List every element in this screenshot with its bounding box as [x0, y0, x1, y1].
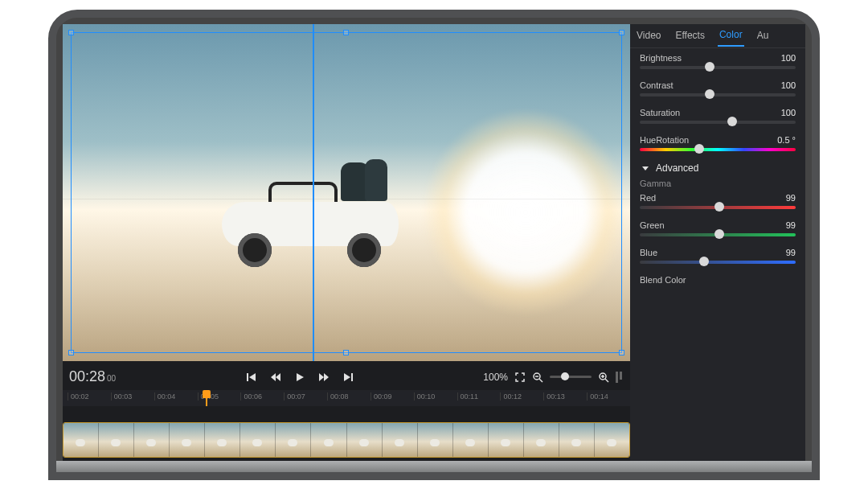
red-slider[interactable]	[640, 206, 796, 209]
editor-main: 00:2800 100% 00:02 00:03 0	[63, 24, 630, 466]
blue-row: Blue 99	[640, 248, 796, 264]
saturation-row: Saturation 100	[640, 108, 796, 124]
timecode-main: 00:28	[69, 368, 105, 384]
tab-color[interactable]: Color	[718, 24, 744, 47]
svg-marker-3	[276, 373, 280, 381]
slider-knob[interactable]	[705, 62, 714, 72]
svg-rect-8	[351, 373, 353, 381]
rewind-button[interactable]	[270, 372, 281, 383]
resize-handle-tr[interactable]	[619, 30, 624, 35]
blue-label: Blue	[640, 248, 657, 257]
selection-box[interactable]	[71, 32, 622, 353]
hue-slider[interactable]	[640, 148, 796, 151]
ruler-tick: 00:11	[457, 392, 501, 401]
hue-value: 0.5 °	[777, 135, 796, 145]
slider-knob[interactable]	[705, 89, 714, 99]
svg-marker-1	[249, 373, 256, 381]
skip-end-button[interactable]	[342, 372, 354, 383]
clip-thumb	[240, 423, 275, 457]
ruler-tick: 00:08	[327, 392, 371, 401]
ruler-tick: 00:12	[500, 392, 543, 401]
contrast-slider[interactable]	[640, 93, 796, 97]
blue-slider[interactable]	[640, 261, 796, 264]
contrast-row: Contrast 100	[640, 80, 796, 97]
chevron-down-icon	[640, 162, 651, 174]
ruler-tick: 00:04	[154, 392, 198, 401]
ruler-tick: 00:02	[68, 392, 111, 401]
ruler-tick: 00:03	[111, 392, 154, 401]
svg-marker-4	[297, 373, 304, 381]
transport-bar: 00:2800 100%	[63, 364, 630, 390]
gamma-label: Gamma	[640, 179, 796, 188]
green-label: Green	[640, 220, 665, 230]
resize-handle-tl[interactable]	[68, 30, 74, 35]
brightness-label: Brightness	[640, 53, 682, 63]
skip-start-button[interactable]	[246, 372, 257, 383]
play-button[interactable]	[294, 372, 305, 383]
svg-rect-0	[247, 373, 248, 381]
svg-line-10	[539, 379, 542, 382]
green-row: Green 99	[640, 220, 796, 236]
laptop-frame: 00:2800 100% 00:02 00:03 0	[48, 10, 820, 480]
ruler-tick: 00:14	[587, 392, 630, 401]
zoom-slider-thumb[interactable]	[561, 372, 569, 380]
resize-handle-br[interactable]	[619, 350, 624, 355]
tab-audio[interactable]: Au	[755, 25, 771, 46]
clip-thumb	[310, 423, 346, 457]
resize-handle-bm[interactable]	[343, 350, 349, 355]
ruler-tick: 00:10	[414, 392, 457, 401]
red-row: Red 99	[640, 193, 796, 209]
svg-line-13	[605, 379, 608, 382]
color-compare-slider[interactable]	[313, 24, 314, 361]
saturation-slider[interactable]	[640, 121, 796, 124]
clip-thumb	[523, 423, 559, 457]
brightness-slider[interactable]	[640, 66, 796, 69]
panel-tabs: Video Effects Color Au	[630, 24, 805, 48]
resize-handle-tm[interactable]	[343, 30, 349, 35]
hue-label: HueRotation	[640, 135, 689, 145]
slider-knob[interactable]	[714, 202, 724, 212]
svg-marker-6	[324, 373, 329, 381]
svg-marker-7	[344, 373, 350, 381]
video-preview[interactable]	[63, 24, 630, 361]
blue-value: 99	[786, 248, 796, 257]
advanced-section[interactable]: Advanced	[640, 162, 796, 174]
tab-video[interactable]: Video	[635, 25, 662, 46]
clip-thumb	[346, 423, 382, 457]
forward-button[interactable]	[318, 372, 330, 383]
audio-meter	[616, 372, 624, 383]
timeline-ruler[interactable]: 00:02 00:03 00:04 00:05 00:06 00:07 00:0…	[63, 390, 630, 406]
clip-thumb	[382, 423, 417, 457]
zoom-percent: 100%	[483, 372, 508, 383]
clip-thumb	[98, 423, 133, 457]
timeline-tracks[interactable]	[63, 406, 630, 466]
hue-row: HueRotation 0.5 °	[640, 135, 796, 151]
zoom-out-button[interactable]	[532, 372, 543, 383]
saturation-label: Saturation	[640, 108, 680, 117]
fullscreen-button[interactable]	[514, 372, 526, 383]
clip-thumb	[452, 423, 488, 457]
svg-marker-2	[271, 373, 276, 381]
resize-handle-bl[interactable]	[68, 350, 74, 355]
clip-thumb	[169, 423, 204, 457]
slider-knob[interactable]	[714, 229, 724, 239]
ruler-tick: 00:06	[240, 392, 284, 401]
video-clip[interactable]	[63, 422, 630, 458]
zoom-slider[interactable]	[550, 376, 592, 378]
timecode: 00:2800	[69, 368, 116, 385]
slider-knob[interactable]	[699, 257, 709, 266]
laptop-base	[48, 461, 820, 472]
brightness-value: 100	[781, 53, 796, 63]
tab-effects[interactable]: Effects	[674, 25, 706, 46]
svg-marker-5	[319, 373, 324, 381]
clip-thumb	[559, 423, 594, 457]
slider-knob[interactable]	[694, 144, 704, 154]
app-screen: 00:2800 100% 00:02 00:03 0	[63, 24, 805, 466]
green-slider[interactable]	[640, 233, 796, 236]
ruler-tick: 00:09	[371, 392, 414, 401]
svg-marker-16	[642, 166, 649, 171]
green-value: 99	[786, 220, 796, 230]
timecode-frames: 00	[107, 374, 116, 383]
slider-knob[interactable]	[727, 117, 737, 126]
zoom-in-button[interactable]	[598, 372, 609, 383]
